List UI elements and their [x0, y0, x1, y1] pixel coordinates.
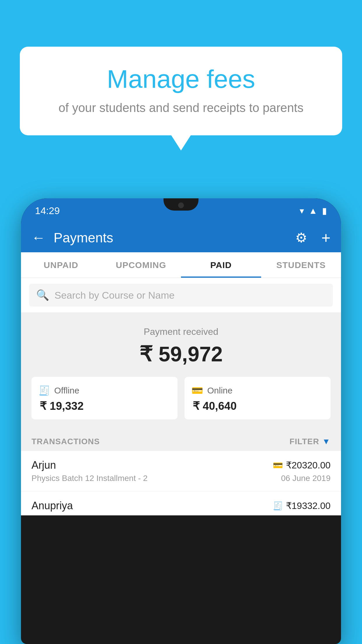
- offline-card: 🧾 Offline ₹ 19,332: [31, 377, 178, 419]
- payment-received-label: Payment received: [31, 326, 331, 337]
- bubble-title: Manage fees: [34, 64, 328, 94]
- tab-unpaid[interactable]: UNPAID: [21, 252, 101, 278]
- wifi-icon: ▾: [300, 206, 304, 216]
- camera-dot: [178, 202, 184, 208]
- gear-icon[interactable]: ⚙: [295, 230, 307, 246]
- tab-students[interactable]: STUDENTS: [261, 252, 341, 278]
- speech-bubble: Manage fees of your students and send re…: [20, 47, 342, 135]
- search-icon: 🔍: [36, 289, 49, 301]
- search-placeholder: Search by Course or Name: [55, 290, 175, 301]
- battery-icon: ▮: [322, 206, 327, 216]
- transaction-name: Arjun: [31, 459, 56, 471]
- back-button[interactable]: ←: [31, 231, 45, 245]
- transaction-list: Arjun 💳 ₹20320.00 Physics Batch 12 Insta…: [21, 451, 341, 515]
- tab-paid[interactable]: PAID: [181, 252, 261, 278]
- filter-button[interactable]: FILTER ▼: [289, 437, 331, 446]
- transaction-course: Physics Batch 12 Installment - 2: [31, 474, 147, 483]
- transaction-date: 06 June 2019: [281, 474, 331, 483]
- header-title: Payments: [54, 230, 287, 246]
- transaction-amount: ₹20320.00: [286, 460, 331, 471]
- phone-notch: [164, 198, 198, 211]
- payment-cards: 🧾 Offline ₹ 19,332 💳 Online ₹ 40,640: [31, 377, 331, 419]
- transaction-top-partial: Anupriya 🧾 ₹19332.00: [31, 500, 331, 512]
- transaction-row-partial[interactable]: Anupriya 🧾 ₹19332.00: [21, 491, 341, 515]
- add-button[interactable]: +: [321, 229, 331, 247]
- transaction-amount-wrap-2: 🧾 ₹19332.00: [273, 500, 331, 511]
- transaction-amount-wrap: 💳 ₹20320.00: [273, 460, 331, 471]
- transaction-top: Arjun 💳 ₹20320.00: [31, 459, 331, 471]
- online-label: Online: [207, 386, 233, 396]
- signal-icon: ▲: [309, 206, 317, 216]
- card-payment-icon: 💳: [273, 461, 283, 470]
- status-bar: 14:29 ▾ ▲ ▮: [21, 198, 341, 223]
- background: Manage fees of your students and send re…: [0, 0, 362, 644]
- transactions-label: TRANSACTIONS: [31, 437, 100, 446]
- filter-icon: ▼: [322, 437, 331, 446]
- payment-summary: Payment received ₹ 59,972 🧾 Offline ₹ 19…: [21, 312, 341, 430]
- bubble-subtitle: of your students and send receipts to pa…: [34, 101, 328, 115]
- status-icons: ▾ ▲ ▮: [300, 206, 327, 216]
- payment-total-amount: ₹ 59,972: [31, 342, 331, 366]
- app-header: ← Payments ⚙ +: [21, 223, 341, 252]
- transaction-name-2: Anupriya: [31, 500, 73, 512]
- offline-card-header: 🧾 Offline: [38, 385, 171, 396]
- online-card-header: 💳 Online: [191, 385, 324, 396]
- online-amount: ₹ 40,640: [191, 400, 324, 412]
- offline-label: Offline: [54, 386, 79, 396]
- transaction-row[interactable]: Arjun 💳 ₹20320.00 Physics Batch 12 Insta…: [21, 451, 341, 491]
- status-time: 14:29: [35, 205, 60, 216]
- transaction-bottom: Physics Batch 12 Installment - 2 06 June…: [31, 474, 331, 483]
- offline-icon: 🧾: [38, 385, 50, 396]
- cash-payment-icon: 🧾: [273, 501, 283, 511]
- online-icon: 💳: [191, 385, 203, 396]
- offline-amount: ₹ 19,332: [38, 400, 171, 412]
- search-section: 🔍 Search by Course or Name: [21, 278, 341, 312]
- phone-frame: 14:29 ▾ ▲ ▮ ← Payments ⚙ + UNPAID UPCOMI…: [21, 198, 341, 644]
- search-input[interactable]: 🔍 Search by Course or Name: [29, 284, 333, 307]
- transaction-amount-2: ₹19332.00: [286, 500, 331, 511]
- online-card: 💳 Online ₹ 40,640: [184, 377, 331, 419]
- tabs-bar: UNPAID UPCOMING PAID STUDENTS: [21, 252, 341, 278]
- transactions-header: TRANSACTIONS FILTER ▼: [21, 430, 341, 451]
- tab-upcoming[interactable]: UPCOMING: [101, 252, 181, 278]
